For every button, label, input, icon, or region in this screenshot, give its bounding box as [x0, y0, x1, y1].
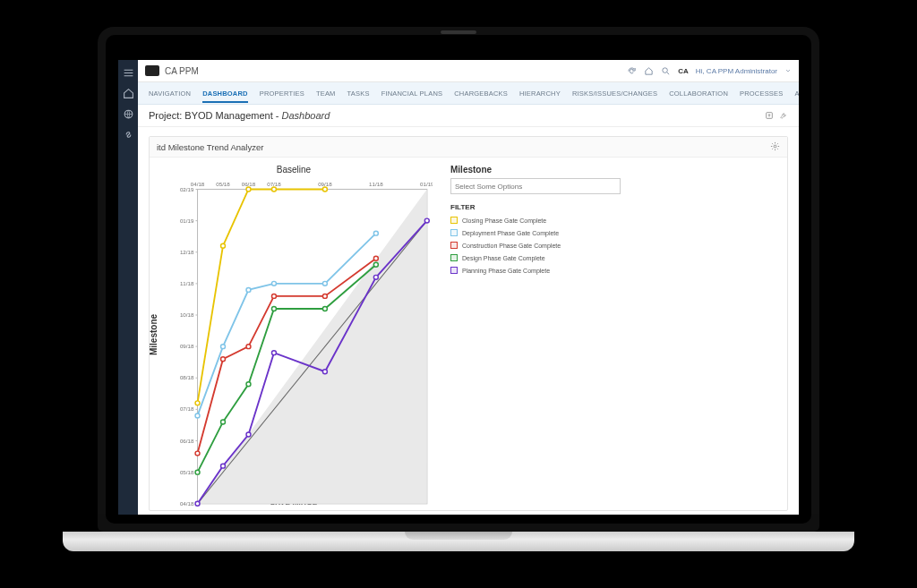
legend-label: Construction Phase Gate Complete [462, 243, 561, 249]
svg-point-35 [195, 401, 200, 405]
svg-text:05/18: 05/18 [216, 181, 230, 187]
svg-point-55 [271, 306, 276, 311]
svg-point-59 [221, 464, 226, 468]
svg-text:12/18: 12/18 [180, 249, 194, 255]
nav-tabs: NAVIGATIONDASHBOARDPROPERTIESTEAMTASKSFI… [138, 82, 799, 105]
svg-point-62 [322, 370, 327, 374]
svg-text:05/18: 05/18 [180, 469, 194, 475]
svg-text:02/19: 02/19 [180, 186, 194, 192]
svg-point-52 [195, 470, 200, 474]
legend-label: Design Phase Gate Complete [462, 255, 545, 261]
legend-item[interactable]: Design Phase Gate Complete [450, 254, 621, 261]
legend-item[interactable]: Deployment Phase Gate Complete [450, 229, 621, 236]
link-icon[interactable] [123, 129, 134, 141]
tab-advanced-resource-planning[interactable]: ADVANCED RESOURCE PLANNING [794, 89, 799, 98]
tab-chargebacks[interactable]: CHARGEBACKS [454, 89, 508, 98]
user-greeting[interactable]: Hi, CA PPM Administrator [696, 67, 777, 75]
wrench-icon[interactable] [779, 111, 788, 120]
svg-point-50 [322, 294, 327, 298]
legend-item[interactable]: Planning Phase Gate Complete [450, 267, 621, 274]
svg-point-1 [663, 67, 668, 72]
legend-label: Deployment Phase Gate Complete [462, 230, 559, 236]
page-title: Project: BYOD Management - Dashboard [149, 110, 330, 121]
svg-text:11/18: 11/18 [180, 280, 194, 286]
left-rail: Phoenix UI by itdesign (0.1.0.master.26) [118, 60, 138, 515]
svg-point-54 [246, 382, 251, 387]
svg-text:08/18: 08/18 [180, 374, 194, 380]
tab-tasks[interactable]: TASKS [347, 89, 370, 98]
svg-text:10/18: 10/18 [180, 311, 194, 318]
svg-text:11/18: 11/18 [369, 181, 383, 187]
svg-point-60 [246, 432, 251, 437]
app-name: CA PPM [165, 66, 199, 76]
milestone-select[interactable] [450, 178, 621, 194]
svg-point-56 [322, 306, 327, 311]
svg-point-40 [195, 413, 200, 418]
svg-point-39 [322, 187, 327, 192]
chevron-down-icon[interactable] [784, 67, 792, 74]
tab-financial-plans[interactable]: FINANCIAL PLANS [381, 89, 443, 98]
search-icon[interactable] [661, 66, 671, 76]
brand-mini: CA [678, 67, 689, 75]
svg-point-36 [221, 243, 226, 248]
gear-icon[interactable] [770, 141, 780, 151]
tab-properties[interactable]: PROPERTIES [260, 89, 304, 98]
svg-point-44 [322, 281, 327, 285]
svg-point-37 [246, 187, 251, 192]
panel-title: itd Milestone Trend Analyzer [157, 142, 263, 152]
legend-item[interactable]: Construction Phase Gate Complete [450, 242, 621, 249]
export-icon[interactable] [765, 111, 774, 120]
svg-point-42 [246, 287, 251, 292]
svg-point-57 [373, 262, 378, 267]
svg-text:09/18: 09/18 [180, 343, 194, 349]
legend: Closing Phase Gate CompleteDeployment Ph… [450, 217, 621, 274]
legend-swatch [450, 267, 458, 274]
globe-icon[interactable] [123, 108, 134, 120]
milestone-chart: Milestone 04/1805/1806/1807/1809/1811/18… [155, 176, 433, 493]
svg-point-64 [424, 218, 429, 223]
tab-navigation[interactable]: NAVIGATION [149, 89, 191, 98]
svg-point-51 [373, 256, 378, 260]
tab-dashboard[interactable]: DASHBOARD [202, 89, 248, 103]
tab-hierarchy[interactable]: HIERARCHY [519, 89, 561, 98]
svg-point-43 [271, 281, 276, 285]
legend-swatch [450, 217, 458, 224]
legend-swatch [450, 254, 458, 261]
page-titlebar: Project: BYOD Management - Dashboard [138, 105, 799, 127]
legend-item[interactable]: Closing Phase Gate Complete [450, 217, 621, 224]
tab-risks-issues-changes[interactable]: RISKS/ISSUES/CHANGES [572, 89, 657, 98]
brand-logo [145, 65, 159, 76]
milestone-heading: Milestone [450, 165, 621, 175]
refresh-icon[interactable] [627, 66, 637, 76]
svg-text:01/19: 01/19 [420, 181, 433, 187]
svg-text:01/19: 01/19 [180, 217, 194, 224]
svg-point-38 [271, 187, 276, 192]
svg-point-61 [271, 351, 276, 355]
svg-point-58 [195, 501, 200, 506]
hamburger-icon[interactable] [123, 67, 134, 79]
tab-processes[interactable]: PROCESSES [740, 89, 783, 98]
filter-heading: FILTER [450, 203, 621, 211]
svg-point-41 [221, 345, 226, 349]
svg-text:04/18: 04/18 [180, 500, 194, 507]
topbar: CA PPM CA Hi, CA PPM Administrator [138, 60, 799, 82]
svg-point-46 [195, 451, 200, 456]
tab-collaboration[interactable]: COLLABORATION [669, 89, 728, 98]
legend-label: Planning Phase Gate Complete [462, 268, 550, 274]
svg-point-3 [774, 145, 776, 148]
svg-text:06/18: 06/18 [180, 438, 194, 444]
home-small-icon[interactable] [644, 66, 654, 76]
x-axis-title: Baseline [155, 165, 433, 175]
home-icon[interactable] [123, 88, 134, 99]
svg-point-49 [271, 294, 276, 298]
svg-point-45 [373, 231, 378, 235]
svg-point-48 [246, 345, 251, 349]
svg-point-63 [373, 275, 378, 279]
svg-text:07/18: 07/18 [180, 405, 194, 412]
milestone-panel: itd Milestone Trend Analyzer Baseline [149, 136, 788, 511]
legend-swatch [450, 229, 458, 236]
svg-point-47 [221, 357, 226, 362]
tab-team[interactable]: TEAM [316, 89, 336, 98]
legend-swatch [450, 242, 458, 249]
legend-label: Closing Phase Gate Complete [462, 217, 546, 224]
